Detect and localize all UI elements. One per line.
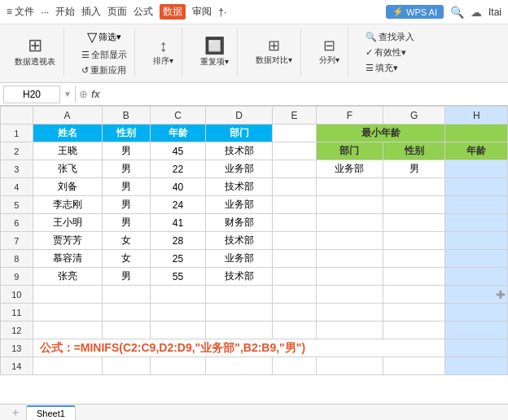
cell-c5[interactable]: 24 [151, 196, 206, 214]
cell-c11[interactable] [151, 304, 206, 322]
cell-d2[interactable]: 技术部 [206, 142, 273, 160]
cell-f14[interactable] [316, 357, 383, 375]
cell-d6[interactable]: 财务部 [206, 214, 273, 232]
fx-icon[interactable]: fx [91, 89, 100, 100]
duplicate-button[interactable]: 🔲 重复项▾ [197, 35, 232, 69]
cell-c14[interactable] [151, 357, 206, 375]
search-icon[interactable]: 🔍 [450, 6, 464, 19]
compare-button[interactable]: ⊞ 数据对比▾ [252, 37, 296, 68]
cell-g12[interactable] [383, 322, 445, 339]
cell-d5[interactable]: 业务部 [206, 196, 273, 214]
col-header-b[interactable]: B [102, 107, 150, 125]
cell-e5[interactable] [273, 196, 317, 214]
cell-h6[interactable] [445, 214, 508, 232]
cell-d3[interactable]: 业务部 [206, 160, 273, 178]
cell-b8[interactable]: 女 [102, 250, 150, 268]
cell-a14[interactable] [33, 357, 102, 375]
menu-more2[interactable]: †· [218, 7, 226, 18]
cell-b1[interactable]: 性别 [102, 125, 150, 142]
cell-b7[interactable]: 女 [102, 232, 150, 250]
cell-e11[interactable] [273, 304, 317, 322]
cell-h12[interactable] [445, 322, 508, 339]
cell-d9[interactable]: 技术部 [206, 268, 273, 286]
cell-h7[interactable] [445, 232, 508, 250]
cell-c10[interactable] [151, 286, 206, 304]
reapply-button[interactable]: ↺ 重新应用 [79, 63, 129, 77]
cell-f7[interactable] [316, 232, 383, 250]
cell-g14[interactable] [383, 357, 445, 375]
menu-review[interactable]: 审阅 [192, 5, 212, 19]
menu-more[interactable]: ··· [41, 7, 49, 18]
sheet-tab-1[interactable]: Sheet1 [26, 405, 76, 420]
cell-e9[interactable] [273, 268, 317, 286]
dropdown-arrow-icon[interactable]: ▼ [64, 90, 72, 98]
cell-g8[interactable] [383, 250, 445, 268]
cell-h1[interactable] [445, 125, 508, 142]
fill-button[interactable]: ☰ 填充▾ [363, 61, 417, 75]
cell-g4[interactable] [383, 178, 445, 196]
col-header-a[interactable]: A [33, 107, 102, 125]
cell-d12[interactable] [206, 322, 273, 339]
cell-b5[interactable]: 男 [102, 196, 150, 214]
cell-f2[interactable]: 部门 [316, 142, 383, 160]
show-all-button[interactable]: ☰ 全部显示 [79, 48, 129, 62]
cell-b11[interactable] [102, 304, 150, 322]
cell-a9[interactable]: 张亮 [33, 268, 102, 286]
cell-a7[interactable]: 贾芳芳 [33, 232, 102, 250]
cell-d10[interactable] [206, 286, 273, 304]
cell-f3[interactable]: 业务部 [316, 160, 383, 178]
cell-b4[interactable]: 男 [102, 178, 150, 196]
cell-f9[interactable] [316, 268, 383, 286]
cell-c6[interactable]: 41 [151, 214, 206, 232]
filter-button[interactable]: ▽ 筛选▾ [84, 28, 125, 46]
cell-d11[interactable] [206, 304, 273, 322]
cell-f4[interactable] [316, 178, 383, 196]
menu-formula[interactable]: 公式 [134, 5, 153, 19]
cell-b9[interactable]: 男 [102, 268, 150, 286]
cell-c12[interactable] [151, 322, 206, 339]
cell-c4[interactable]: 40 [151, 178, 206, 196]
cell-c9[interactable]: 55 [151, 268, 206, 286]
cell-e3[interactable] [273, 160, 317, 178]
validate-button[interactable]: ✓ 有效性▾ [363, 46, 417, 59]
cell-h4[interactable] [445, 178, 508, 196]
cell-g11[interactable] [383, 304, 445, 322]
find-record-button[interactable]: 🔍 查找录入 [363, 30, 417, 44]
add-sheet-button[interactable]: ＋ [7, 405, 24, 420]
cell-f8[interactable] [316, 250, 383, 268]
cell-f12[interactable] [316, 322, 383, 339]
cell-fg1[interactable]: 最小年龄 [316, 125, 445, 142]
cell-b6[interactable]: 男 [102, 214, 150, 232]
cell-a2[interactable]: 王晓 [33, 142, 102, 160]
cell-e7[interactable] [273, 232, 317, 250]
cell-d8[interactable]: 业务部 [206, 250, 273, 268]
cell-g6[interactable] [383, 214, 445, 232]
cell-e10[interactable] [273, 286, 317, 304]
pivot-table-button[interactable]: ⊞ 数据透视表 [11, 35, 59, 69]
col-header-e[interactable]: E [273, 107, 317, 125]
cell-e12[interactable] [273, 322, 317, 339]
cell-c7[interactable]: 28 [151, 232, 206, 250]
cell-h3[interactable] [445, 160, 508, 178]
cell-c2[interactable]: 45 [151, 142, 206, 160]
cell-b10[interactable] [102, 286, 150, 304]
cell-b2[interactable]: 男 [102, 142, 150, 160]
cell-b3[interactable]: 男 [102, 160, 150, 178]
cell-f5[interactable] [316, 196, 383, 214]
cell-g10[interactable] [383, 286, 445, 304]
menu-file[interactable]: ≡ 文件 [7, 5, 34, 19]
cell-a6[interactable]: 王小明 [33, 214, 102, 232]
cell-a8[interactable]: 慕容清 [33, 250, 102, 268]
cell-a1[interactable]: 姓名 [33, 125, 102, 142]
cell-h5[interactable] [445, 196, 508, 214]
cell-g9[interactable] [383, 268, 445, 286]
cell-h8[interactable] [445, 250, 508, 268]
cell-h2[interactable]: 年龄 [445, 142, 508, 160]
cell-a10[interactable] [33, 286, 102, 304]
cell-g2[interactable]: 性别 [383, 142, 445, 160]
cell-a12[interactable] [33, 322, 102, 339]
cell-a3[interactable]: 张飞 [33, 160, 102, 178]
col-header-d[interactable]: D [206, 107, 273, 125]
cell-a11[interactable] [33, 304, 102, 322]
cell-d7[interactable]: 技术部 [206, 232, 273, 250]
